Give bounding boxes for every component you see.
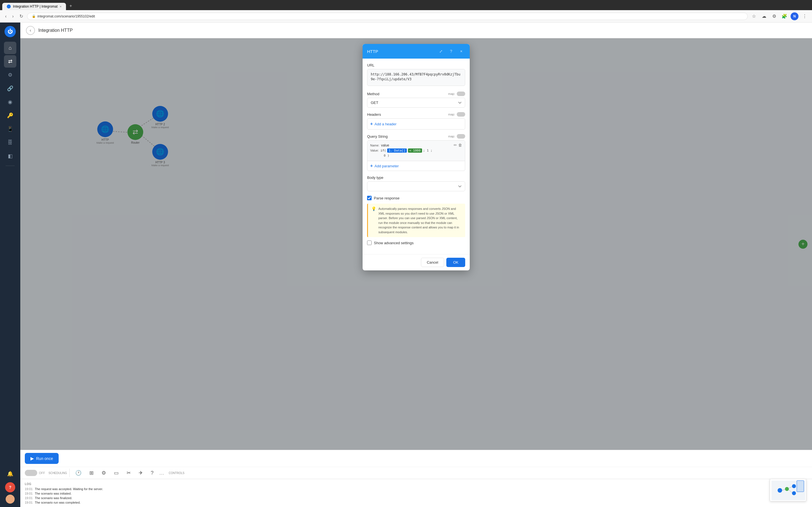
controls-label: CONTROLS — [169, 471, 185, 474]
new-tab-button[interactable]: + — [66, 2, 75, 10]
sidebar-item-scenarios[interactable]: ⇄ — [4, 55, 16, 68]
log-text-4: The scenario run was completed. — [35, 501, 81, 504]
ctrl-settings-button[interactable]: ⚙ — [98, 469, 109, 477]
sidebar-item-keys[interactable]: 🔑 — [4, 109, 16, 122]
browser-chrome: Integration HTTP | Integromat × + ‹ › ↻ … — [0, 0, 812, 22]
sidebar-item-connections[interactable]: 🔗 — [4, 82, 16, 95]
svg-point-6 — [792, 484, 796, 488]
log-text-3: The scenario was finalized. — [35, 496, 72, 500]
app-container: ⏻ ⌂ ⇄ ⚙ 🔗 ◉ 🔑 📱 🗄 ◧ 🔔 ? ‹ Integration HT… — [0, 22, 812, 507]
notes-icon: ▭ — [114, 470, 119, 476]
query-map-switch[interactable] — [457, 134, 465, 138]
sidebar-item-apps[interactable]: ⚙ — [4, 69, 16, 81]
query-delete-button[interactable]: 🗑 — [458, 143, 462, 147]
ctrl-tools-button[interactable]: ✂ — [123, 469, 134, 477]
log-entry-4: 19:01 The scenario run was completed. — [25, 500, 808, 505]
log-entry-1: 19:01 The request was accepted. Waiting … — [25, 487, 808, 491]
settings-icon: ⚙ — [101, 470, 106, 476]
query-value-field: Value: if( 1. Data[] < 1000 ; 1 ; — [370, 149, 462, 153]
run-once-label: Run once — [36, 456, 53, 461]
method-select[interactable]: GET POST PUT DELETE — [367, 98, 465, 108]
canvas-area[interactable]: 🌐 HTTP Make a request ⇄ Router 🌐 HTTP 2 … — [20, 38, 812, 450]
info-icon: 💡 — [371, 207, 376, 234]
sidebar-item-datastores[interactable]: 🗄 — [4, 136, 16, 149]
advanced-settings-checkbox[interactable] — [367, 240, 371, 245]
minimap[interactable] — [770, 479, 806, 501]
back-arrow-icon: ‹ — [30, 28, 31, 33]
headers-section: + Add a header — [367, 118, 465, 129]
back-button[interactable]: ‹ — [26, 26, 35, 35]
modal-expand-button[interactable]: ⤢ — [437, 47, 445, 55]
url-input[interactable]: http://188.166.206.43/MfB7F4pqcpyRrv0dKz… — [367, 69, 465, 86]
modal-overlay: HTTP ⤢ ? × URL http://188.166.2 — [20, 38, 812, 450]
play-icon: ▶ — [31, 456, 34, 461]
sidebar-avatar[interactable] — [6, 495, 15, 504]
log-text-2: The scenario was initiated. — [35, 492, 71, 495]
parse-response-checkbox[interactable] — [367, 196, 371, 200]
body-type-select[interactable] — [367, 181, 465, 191]
url-bar[interactable]: 🔒 integromat.com/scenario/1955102/edit — [27, 13, 748, 20]
modal-help-button[interactable]: ? — [447, 47, 455, 55]
run-once-button[interactable]: ▶ Run once — [25, 453, 59, 464]
ctrl-help-button[interactable]: ? — [147, 469, 157, 477]
ctrl-history-button[interactable]: 🕐 — [72, 469, 85, 477]
query-value-tag2: < 1000 — [408, 149, 422, 153]
sidebar-item-webhooks[interactable]: ◉ — [4, 96, 16, 108]
cloud-icon[interactable]: ☁ — [760, 12, 768, 20]
headers-map-toggle: map: — [448, 112, 465, 117]
query-value-prefix: if( — [380, 149, 386, 152]
ctrl-notes-button[interactable]: ▭ — [110, 469, 122, 477]
page-title: Integration HTTP — [38, 28, 73, 33]
menu-icon[interactable]: ⋮ — [801, 12, 809, 20]
toggle-switch-input[interactable] — [25, 470, 37, 476]
extension-icon[interactable]: 🧩 — [780, 12, 788, 20]
profile-icon[interactable]: N — [791, 12, 799, 20]
sidebar-item-help[interactable]: ? — [5, 482, 15, 492]
forward-button[interactable]: › — [10, 13, 15, 20]
query-actions: ✏ 🗑 — [454, 143, 462, 147]
method-map-toggle: map: — [448, 92, 465, 96]
query-row: Name: value ✏ 🗑 Value: — [367, 140, 465, 161]
log-entry-2: 19:01 The scenario was initiated. — [25, 491, 808, 496]
app-logo[interactable]: ⏻ — [4, 26, 16, 37]
log-area: LOG 19:01 The request was accepted. Wait… — [20, 479, 812, 507]
modal-close-button[interactable]: × — [457, 47, 465, 55]
tab-close-button[interactable]: × — [60, 5, 61, 8]
method-map-switch[interactable] — [457, 92, 465, 96]
settings-icon[interactable]: ⚙ — [770, 12, 778, 20]
query-string-label: Query String map: — [367, 134, 465, 138]
star-icon[interactable]: ☆ — [750, 12, 758, 20]
query-edit-button[interactable]: ✏ — [454, 143, 457, 147]
bottom-bar: ▶ Run once OFF SCHEDULING 🕐 ⊞ ⚙ — [20, 450, 812, 507]
sidebar-item-home[interactable]: ⌂ — [4, 42, 16, 54]
add-header-icon: + — [370, 121, 373, 126]
ctrl-autoalign-button[interactable]: ✈ — [135, 469, 146, 477]
modal-footer: Cancel OK — [363, 254, 470, 270]
svg-point-7 — [792, 491, 796, 495]
query-value-label: Value: — [370, 149, 378, 152]
add-param-icon: + — [370, 163, 373, 168]
back-button[interactable]: ‹ — [3, 13, 8, 20]
info-box: 💡 Automatically parses responses and con… — [367, 204, 465, 237]
add-parameter-container: + Add parameter — [367, 161, 465, 171]
tab-bar: Integration HTTP | Integromat × + — [0, 0, 812, 10]
add-header-button[interactable]: + Add a header — [370, 121, 462, 126]
query-value-suffix: ; 1 ; — [423, 149, 433, 152]
active-tab[interactable]: Integration HTTP | Integromat × — [2, 3, 66, 10]
headers-map-switch[interactable] — [457, 112, 465, 117]
sidebar-item-datastructures[interactable]: ◧ — [4, 150, 16, 162]
ctrl-templates-button[interactable]: ⊞ — [86, 469, 97, 477]
query-name-field: Name: value ✏ 🗑 — [370, 143, 462, 147]
refresh-button[interactable]: ↻ — [18, 12, 25, 20]
minimap-content — [770, 479, 806, 501]
sidebar-item-devices[interactable]: 📱 — [4, 123, 16, 135]
advanced-settings-group: Show advanced settings — [367, 240, 465, 245]
cancel-button[interactable]: Cancel — [421, 258, 444, 267]
parse-response-group: Parse response — [367, 196, 465, 200]
ok-button[interactable]: OK — [446, 258, 465, 267]
add-parameter-button[interactable]: + Add parameter — [370, 163, 462, 168]
url-label: URL — [367, 63, 465, 67]
ctrl-more-button[interactable]: … — [158, 469, 165, 477]
sidebar-item-notifications[interactable]: 🔔 — [4, 467, 16, 480]
log-time-1: 19:01 — [25, 487, 33, 491]
